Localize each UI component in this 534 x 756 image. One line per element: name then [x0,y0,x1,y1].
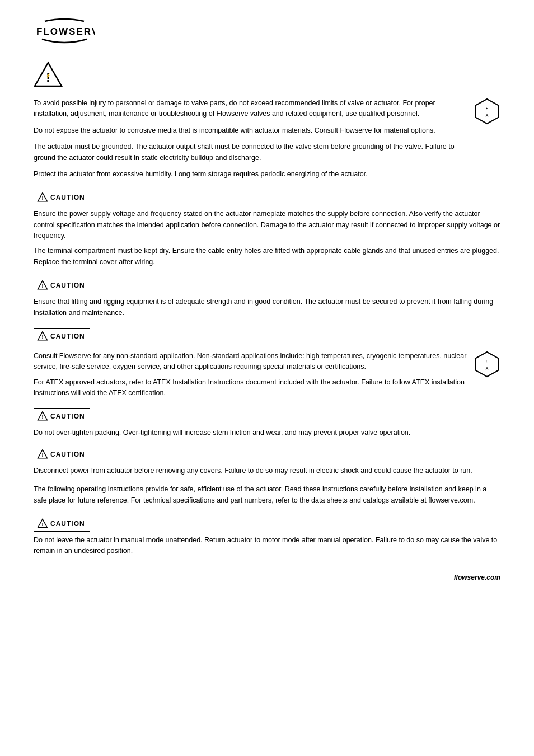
large-warning-icon: ! ⚡ [34,60,500,91]
caution-icon-1: ! [37,192,48,203]
middle-para-1: Consult Flowserve for any non-standard a… [34,351,467,373]
caution-badge-6: ! CAUTION [34,516,90,532]
caution-1-para-2: The terminal compartment must be kept dr… [34,246,500,267]
svg-text:⚡: ⚡ [45,73,51,78]
caution-badge-4: ! CAUTION [34,408,90,424]
top-para-4: Protect the actuator from excessive humi… [34,169,467,180]
caution-4-para: Do not over-tighten packing. Over-tighte… [34,428,500,438]
svg-text:ε: ε [486,105,489,111]
between-text: The following operating instructions pro… [34,484,500,506]
caution-badge-3: ! CAUTION [34,328,90,344]
svg-text:!: ! [41,283,43,289]
caution-label-5: CAUTION [50,450,85,458]
caution-label-2: CAUTION [50,281,85,289]
ex-symbol-middle: ε x [474,351,500,379]
section-caution-3: ! CAUTION [34,326,500,348]
caution-badge-5: ! CAUTION [34,447,90,462]
svg-text:x: x [486,112,489,118]
caution-2-para-1: Ensure that lifting and rigging equipmen… [34,297,500,318]
svg-text:ε: ε [486,358,489,364]
svg-marker-13 [476,352,498,377]
caution-icon-3: ! [37,331,48,342]
section-top: ε x To avoid possible injury to personne… [34,98,500,180]
svg-text:!: ! [41,452,43,458]
caution-icon-4: ! [37,411,48,422]
section-middle-ex: ε x Consult Flowserve for any non-standa… [34,351,500,399]
caution-label-6: CAUTION [50,520,85,528]
caution-label-1: CAUTION [50,194,85,201]
section-caution-2: ! CAUTION Ensure that lifting and riggin… [34,275,500,318]
caution-5-para: Disconnect power from actuator before re… [34,466,500,476]
caution-1-para-1: Ensure the power supply voltage and freq… [34,209,500,241]
svg-text:!: ! [41,522,43,527]
flowserve-logo-svg: FLOWSERVE [34,17,95,48]
page: FLOWSERVE ! ⚡ ε x To avoid possible inju… [0,0,534,598]
caution-icon-6: ! [37,518,48,529]
top-para-2: Do not expose the actuator to corrosive … [34,125,467,136]
caution-icon-2: ! [37,280,48,291]
logo-area: FLOWSERVE [34,17,500,49]
caution-icon-5: ! [37,449,48,460]
logo: FLOWSERVE [34,17,95,49]
middle-para-2: For ATEX approved actuators, refer to AT… [34,377,467,399]
top-para-3: The actuator must be grounded. The actua… [34,142,467,163]
section-caution-6: ! CAUTION Do not leave the actuator in m… [34,514,500,557]
caution-label-3: CAUTION [50,332,85,340]
svg-text:x: x [486,365,489,371]
svg-text:FLOWSERVE: FLOWSERVE [36,26,95,37]
caution-badge-1: ! CAUTION [34,190,90,205]
svg-text:!: ! [41,195,43,201]
ex-hexagon-middle: ε x [474,351,500,378]
svg-text:!: ! [41,415,43,420]
section-caution-1: ! CAUTION Ensure the power supply voltag… [34,187,500,267]
svg-marker-4 [476,99,498,124]
top-para-1: To avoid possible injury to personnel or… [34,98,467,120]
svg-text:!: ! [41,334,43,340]
ex-symbol-top: ε x [474,98,500,126]
warning-triangle-large: ! ⚡ [34,60,63,90]
footer-url: flowserve.com [454,574,500,581]
caution-6-para: Do not leave the actuator in manual mode… [34,535,500,557]
section-caution-45: ! CAUTION Do not over-tighten packing. O… [34,406,500,476]
caution-badge-2: ! CAUTION [34,278,90,293]
caution-label-4: CAUTION [50,412,85,420]
footer: flowserve.com [454,574,500,581]
ex-hexagon-top: ε x [474,98,500,125]
